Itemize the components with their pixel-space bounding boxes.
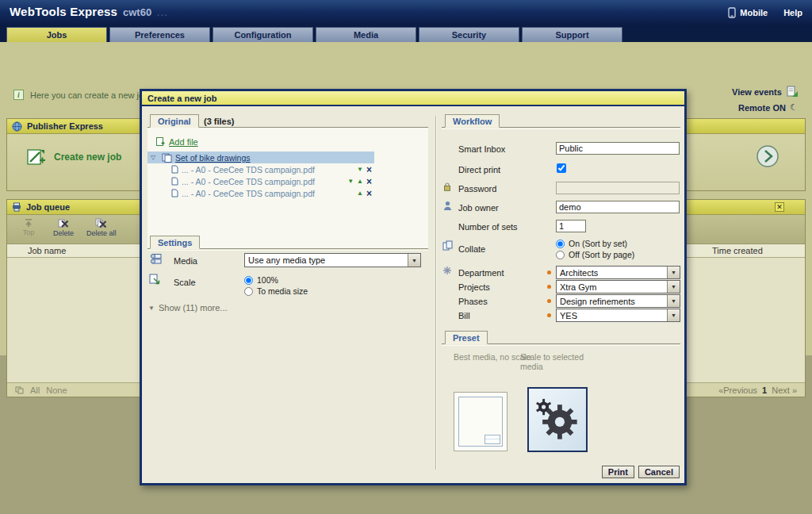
file-name: ... - A0 - CeeCee TDS campaign.pdf [182,189,354,198]
select-none-link[interactable]: None [46,386,67,395]
tab-media[interactable]: Media [316,27,416,42]
original-file-list: Add file ▽ Set of bike drawings ... - A0… [147,128,428,249]
file-group-name[interactable]: Set of bike drawings [175,153,251,163]
bill-select[interactable]: YES ▼ [556,309,680,322]
file-icon [171,189,178,198]
panel-close-icon[interactable]: ✕ [775,202,784,212]
mobile-label: Mobile [740,8,768,17]
cancel-button[interactable]: Cancel [638,466,680,478]
title-block-icon [485,435,500,444]
phone-icon [728,7,736,18]
gears-icon [534,397,580,443]
publisher-forward-button[interactable] [756,144,779,171]
projects-select[interactable]: Xtra Gym ▼ [556,280,680,293]
select-all-link[interactable]: All [30,386,40,395]
screen: WebTools Express cwt60 ... Mobile Help J… [0,0,812,514]
create-new-job-button[interactable]: Create new job [26,148,121,167]
mobile-link[interactable]: Mobile [728,7,768,18]
file-stack-icon [162,153,172,163]
collate-on-option[interactable]: On (Sort by set) [556,239,627,248]
tab-security[interactable]: Security [419,27,519,42]
job-owner-input[interactable] [556,201,680,213]
drawing-frame-icon [458,397,503,447]
number-of-sets-label: Number of sets [458,222,518,232]
dropdown-arrow-icon: ▼ [408,254,420,267]
phases-label: Phases [458,297,488,306]
smart-inbox-label: Smart Inbox [458,144,505,154]
delete-all-button[interactable]: Delete all [83,217,120,237]
tab-configuration[interactable]: Configuration [213,27,313,42]
scale-100-label: 100% [257,275,278,285]
number-of-sets-input[interactable] [556,220,586,232]
delete-all-button-label: Delete all [86,229,117,237]
moon-icon: ☾ [790,102,798,113]
view-events-link[interactable]: View events [732,86,799,98]
move-down-icon[interactable]: ▼ [357,166,363,174]
collate-off-radio[interactable] [556,251,565,259]
scale-option-100[interactable]: 100% [244,275,278,285]
tab-jobs[interactable]: Jobs [6,27,107,42]
media-label: Media [174,256,197,266]
move-down-icon[interactable]: ▼ [347,178,354,186]
file-row[interactable]: ... - A0 - CeeCee TDS campaign.pdf ▼ ▲ × [147,175,374,187]
direct-print-label: Direct print [458,165,500,175]
collate-icon [442,240,453,251]
required-dot [547,299,551,303]
help-link[interactable]: Help [783,8,802,17]
print-button[interactable]: Print [602,466,634,478]
column-time-created[interactable]: Time created [712,246,763,255]
remove-file-icon[interactable]: × [366,165,372,175]
pagination: «Previous 1 Next » [718,386,797,395]
preset-thumbnail-scale-to-media[interactable] [527,387,588,452]
app-host: cwt60 [123,6,151,18]
preset-thumbnail-best-media[interactable] [454,392,508,451]
file-group-row[interactable]: ▽ Set of bike drawings [147,152,374,163]
scale-icon [149,274,161,286]
phases-select[interactable]: Design refinements ▼ [556,294,680,308]
collate-on-radio[interactable] [556,240,565,248]
tab-preferences[interactable]: Preferences [109,27,210,42]
file-row[interactable]: ... - A0 - CeeCee TDS campaign.pdf ▼ × [147,163,374,175]
smart-inbox-input[interactable] [556,142,680,155]
tab-support[interactable]: Support [522,27,622,42]
scale-100-radio[interactable] [244,276,253,285]
person-icon [443,201,452,211]
pagination-next[interactable]: Next » [772,386,797,395]
collate-off-option[interactable]: Off (Sort by page) [556,250,634,259]
direct-print-checkbox[interactable] [557,163,566,173]
globe-icon [12,121,22,132]
pagination-page: 1 [762,386,767,395]
job-queue-icon [12,202,21,212]
department-select[interactable]: Architects ▼ [556,266,680,279]
bill-selected-value: YES [557,309,667,321]
show-more-label: Show (11) more... [159,303,228,313]
move-up-icon[interactable]: ▲ [357,178,363,186]
add-file-link[interactable]: Add file [155,136,198,147]
scale-media-size-radio[interactable] [244,287,253,296]
top-bar: WebTools Express cwt60 ... Mobile Help [0,0,812,27]
collate-on-label: On (Sort by set) [569,239,627,248]
bill-label: Bill [458,311,470,320]
dialog-buttons: Print Cancel [602,466,680,478]
column-job-name[interactable]: Job name [28,246,66,255]
top-button[interactable]: Top [13,217,44,236]
main-tabs: Jobs Preferences Configuration Media Sec… [0,27,812,42]
expander-icon[interactable]: ▽ [151,154,159,161]
media-select[interactable]: Use any media type ▼ [244,253,421,267]
top-nav: Mobile Help [728,7,802,18]
create-job-icon [26,148,47,167]
remove-file-icon[interactable]: × [366,177,372,186]
remove-file-icon[interactable]: × [366,189,372,198]
media-icon [149,253,162,265]
file-name: ... - A0 - CeeCee TDS campaign.pdf [182,177,344,186]
file-icon [171,177,178,186]
delete-button[interactable]: Delete [48,217,79,237]
brand-dots: ... [157,9,168,17]
file-icon [171,165,178,174]
move-up-icon[interactable]: ▲ [357,190,363,198]
pagination-previous[interactable]: «Previous [718,386,757,395]
file-row[interactable]: ... - A0 - CeeCee TDS campaign.pdf ▲ × [147,187,374,199]
remote-toggle[interactable]: Remote ON ☾ [738,102,798,113]
show-more-link[interactable]: ▼ Show (11) more... [148,303,228,313]
scale-option-media-size[interactable]: To media size [244,286,308,296]
